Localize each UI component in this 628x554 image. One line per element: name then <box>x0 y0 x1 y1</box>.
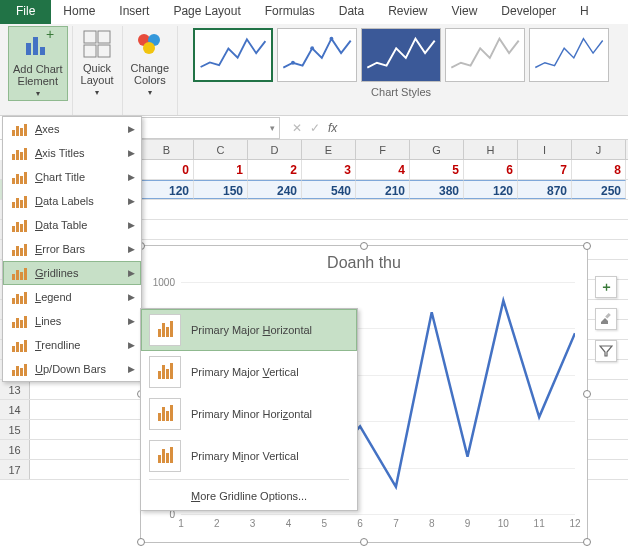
x-tick-label: 7 <box>393 518 399 529</box>
cell[interactable]: 2 <box>248 160 302 179</box>
cell[interactable]: 250 <box>572 180 626 199</box>
cell[interactable]: 120 <box>464 180 518 199</box>
tab-view[interactable]: View <box>440 0 490 24</box>
row-header[interactable]: 15 <box>0 420 30 439</box>
cell[interactable]: 3 <box>302 160 356 179</box>
col-header[interactable]: J <box>572 140 626 159</box>
row-header[interactable]: 14 <box>0 400 30 419</box>
menu-item-label: Axes <box>35 123 122 135</box>
menu-item-up-down-bars[interactable]: Up/Down Bars▶ <box>3 357 141 381</box>
menu-item-gridlines[interactable]: Gridlines▶ <box>3 261 141 285</box>
cell[interactable]: 380 <box>410 180 464 199</box>
submenu-item-label: Primary Major Vertical <box>191 366 299 378</box>
quick-layout-button[interactable]: Quick Layout ▾ <box>77 26 118 99</box>
cell[interactable]: 540 <box>302 180 356 199</box>
submenu-item-label: Primary Minor Horizontal <box>191 408 312 420</box>
col-header[interactable]: I <box>518 140 572 159</box>
col-header[interactable]: H <box>464 140 518 159</box>
chart-icon <box>9 337 29 353</box>
chart-style-1[interactable] <box>193 28 273 82</box>
tab-more[interactable]: H <box>568 0 601 24</box>
menu-item-trendline[interactable]: Trendline▶ <box>3 333 141 357</box>
chart-elements-button[interactable]: ＋ <box>595 276 617 298</box>
svg-point-10 <box>143 42 155 54</box>
tab-file[interactable]: File <box>0 0 51 24</box>
submenu-item[interactable]: Primary Major Horizontal <box>141 309 357 351</box>
chevron-right-icon: ▶ <box>128 220 135 230</box>
row-header[interactable]: 16 <box>0 440 30 459</box>
svg-rect-6 <box>84 45 96 57</box>
chevron-right-icon: ▶ <box>128 124 135 134</box>
chart-style-4[interactable] <box>445 28 525 82</box>
submenu-item[interactable]: Primary Major Vertical <box>141 351 357 393</box>
svg-rect-2 <box>40 47 45 55</box>
menu-item-label: Trendline <box>35 339 122 351</box>
chart-style-3[interactable] <box>361 28 441 82</box>
add-chart-element-menu: Axes▶Axis Titles▶Chart Title▶Data Labels… <box>2 116 142 382</box>
tab-data[interactable]: Data <box>327 0 376 24</box>
chart-style-5[interactable] <box>529 28 609 82</box>
col-header[interactable]: E <box>302 140 356 159</box>
svg-rect-14 <box>605 313 611 319</box>
menu-item-data-labels[interactable]: Data Labels▶ <box>3 189 141 213</box>
row-header[interactable]: 17 <box>0 460 30 479</box>
name-box[interactable]: ▾ <box>140 117 280 139</box>
submenu-item[interactable]: Primary Minor Horizontal <box>141 393 357 435</box>
cell[interactable]: 7 <box>518 160 572 179</box>
x-tick-label: 12 <box>569 518 580 529</box>
tab-formulas[interactable]: Formulas <box>253 0 327 24</box>
svg-point-12 <box>310 46 314 50</box>
tab-developer[interactable]: Developer <box>489 0 568 24</box>
cell[interactable]: 0 <box>140 160 194 179</box>
tab-insert[interactable]: Insert <box>107 0 161 24</box>
x-tick-label: 10 <box>498 518 509 529</box>
row-header[interactable]: 13 <box>0 380 30 399</box>
submenu-item-label: Primary Minor Vertical <box>191 450 299 462</box>
cell[interactable]: 5 <box>410 160 464 179</box>
x-tick-label: 6 <box>357 518 363 529</box>
menu-item-lines[interactable]: Lines▶ <box>3 309 141 333</box>
cell[interactable]: 870 <box>518 180 572 199</box>
col-header[interactable]: C <box>194 140 248 159</box>
cell[interactable]: 150 <box>194 180 248 199</box>
fx-icon[interactable]: fx <box>328 121 337 135</box>
menu-item-axes[interactable]: Axes▶ <box>3 117 141 141</box>
enter-icon[interactable]: ✓ <box>310 121 320 135</box>
menu-item-data-table[interactable]: Data Table▶ <box>3 213 141 237</box>
svg-point-11 <box>291 61 295 65</box>
menu-item-error-bars[interactable]: Error Bars▶ <box>3 237 141 261</box>
cell[interactable]: 120 <box>140 180 194 199</box>
add-chart-element-label: Add Chart Element <box>13 63 63 87</box>
cell[interactable]: 240 <box>248 180 302 199</box>
change-colors-button[interactable]: Change Colors ▾ <box>127 26 174 99</box>
cell[interactable]: 1 <box>194 160 248 179</box>
tab-page-layout[interactable]: Page Layout <box>161 0 252 24</box>
tab-home[interactable]: Home <box>51 0 107 24</box>
add-chart-element-button[interactable]: + Add Chart Element ▾ <box>8 26 68 101</box>
cell[interactable]: 210 <box>356 180 410 199</box>
col-header[interactable]: G <box>410 140 464 159</box>
col-header[interactable]: F <box>356 140 410 159</box>
chart-styles-gallery <box>193 26 609 84</box>
submenu-item[interactable]: Primary Minor Vertical <box>141 435 357 477</box>
svg-rect-1 <box>33 37 38 55</box>
cell[interactable]: 6 <box>464 160 518 179</box>
chevron-right-icon: ▶ <box>128 148 135 158</box>
col-header[interactable]: B <box>140 140 194 159</box>
menu-item-chart-title[interactable]: Chart Title▶ <box>3 165 141 189</box>
chevron-right-icon: ▶ <box>128 172 135 182</box>
menu-item-axis-titles[interactable]: Axis Titles▶ <box>3 141 141 165</box>
col-header[interactable]: D <box>248 140 302 159</box>
x-tick-label: 8 <box>429 518 435 529</box>
chart-style-2[interactable] <box>277 28 357 82</box>
chart-filter-button[interactable] <box>595 340 617 362</box>
gridlines-submenu: Primary Major HorizontalPrimary Major Ve… <box>140 308 358 511</box>
cancel-icon[interactable]: ✕ <box>292 121 302 135</box>
more-gridline-options[interactable]: More Gridline Options... <box>141 482 357 510</box>
gridline-icon <box>149 440 181 472</box>
cell[interactable]: 8 <box>572 160 626 179</box>
tab-review[interactable]: Review <box>376 0 439 24</box>
chart-styles-button[interactable] <box>595 308 617 330</box>
menu-item-legend[interactable]: Legend▶ <box>3 285 141 309</box>
cell[interactable]: 4 <box>356 160 410 179</box>
